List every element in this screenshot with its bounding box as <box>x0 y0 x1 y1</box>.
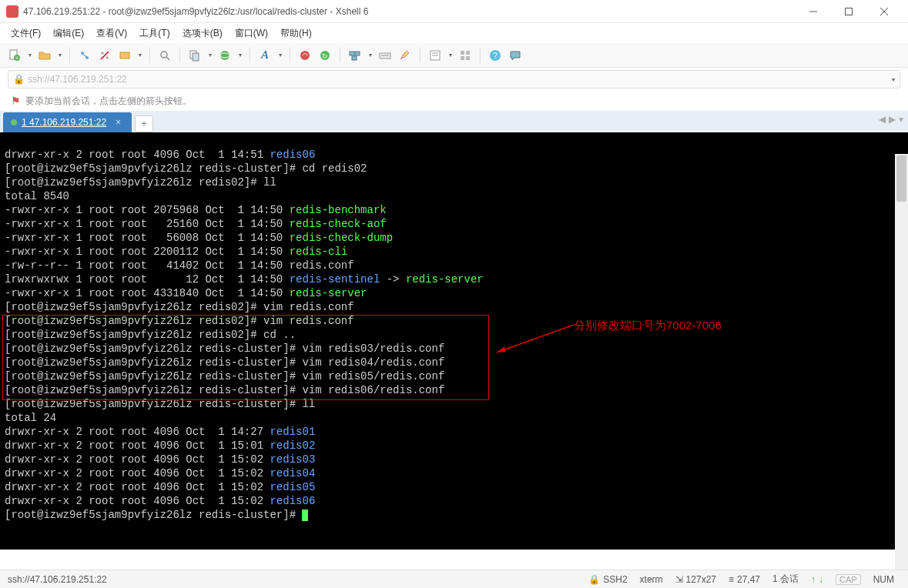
dropdown-icon[interactable]: ▾ <box>209 52 212 58</box>
conn-up-icon: ↑ <box>811 574 816 585</box>
svg-point-14 <box>161 52 167 58</box>
dropdown-icon[interactable]: ▾ <box>369 52 372 58</box>
separator <box>290 48 290 63</box>
open-folder-icon[interactable] <box>38 48 52 62</box>
app-icon <box>6 5 18 18</box>
multi-window-icon[interactable] <box>348 48 362 62</box>
grid-icon[interactable] <box>458 48 472 62</box>
cursor <box>302 509 308 521</box>
menu-bar: 文件(F) 编辑(E) 查看(V) 工具(T) 选项卡(B) 窗口(W) 帮助(… <box>0 23 908 43</box>
session-tab[interactable]: 1 47.106.219.251:22 × <box>3 112 132 132</box>
green-circle-icon[interactable]: ↻ <box>318 48 332 62</box>
tab-bar: 1 47.106.219.251:22 × + ◀ ▶ ▾ <box>0 111 908 132</box>
close-button[interactable] <box>866 0 902 23</box>
tab-menu-icon[interactable]: ▾ <box>899 114 903 125</box>
dropdown-icon[interactable]: ▾ <box>139 52 142 58</box>
dropdown-icon[interactable]: ▾ <box>449 52 452 58</box>
status-term: xterm <box>640 574 663 585</box>
address-bar: 🔒 ssh://47.106.219.251:22 ▾ <box>0 68 908 91</box>
dropdown-icon[interactable]: ▾ <box>28 52 32 58</box>
status-bar: ssh://47.106.219.251:22 🔒SSH2 xterm ⇲127… <box>0 570 908 588</box>
separator <box>179 48 180 63</box>
tab-prev-icon[interactable]: ◀ <box>879 114 886 125</box>
svg-text:↻: ↻ <box>322 52 328 60</box>
search-icon[interactable] <box>158 48 172 62</box>
address-input[interactable]: 🔒 ssh://47.106.219.251:22 ▾ <box>8 70 900 89</box>
svg-marker-38 <box>497 346 506 352</box>
svg-rect-1 <box>846 8 853 15</box>
menu-edit[interactable]: 编辑(E) <box>53 27 84 40</box>
terminal[interactable]: drwxr-xr-x 2 root root 4096 Oct 1 14:51 … <box>0 132 908 550</box>
new-file-icon[interactable]: + <box>8 48 22 62</box>
dropdown-icon[interactable]: ▾ <box>279 52 282 58</box>
svg-point-20 <box>300 51 310 60</box>
title-bar: 47.106.219.251:22 - root@izwz9ef5sjam9pv… <box>0 0 908 23</box>
dropdown-icon[interactable]: ▾ <box>239 52 242 58</box>
svg-point-11 <box>106 56 109 59</box>
status-dot-icon <box>11 119 17 125</box>
hint-text: 要添加当前会话，点击左侧的箭头按钮。 <box>25 95 192 108</box>
pos-icon: ≡ <box>729 574 734 585</box>
properties-icon[interactable] <box>428 48 442 62</box>
help-icon[interactable]: ? <box>488 48 502 62</box>
svg-rect-33 <box>461 56 464 60</box>
size-icon: ⇲ <box>675 574 683 585</box>
menu-help[interactable]: 帮助(H) <box>280 27 312 40</box>
separator <box>480 48 481 63</box>
status-size: 127x27 <box>686 574 716 585</box>
separator <box>69 48 70 63</box>
arrow-icon <box>489 325 574 356</box>
profile-icon[interactable] <box>118 48 132 62</box>
hint-bar: ⚑ 要添加当前会话，点击左侧的箭头按钮。 <box>0 91 908 111</box>
scrollbar-thumb[interactable] <box>896 155 906 202</box>
svg-text:?: ? <box>493 52 498 60</box>
font-icon[interactable]: A <box>258 48 272 62</box>
svg-rect-23 <box>350 52 354 55</box>
separator <box>420 48 420 63</box>
maximize-button[interactable] <box>831 0 866 23</box>
svg-rect-32 <box>466 51 470 55</box>
minimize-button[interactable] <box>796 0 831 23</box>
copy-icon[interactable] <box>188 48 202 62</box>
svg-rect-13 <box>120 52 129 58</box>
highlight-icon[interactable] <box>398 48 412 62</box>
chat-icon[interactable] <box>508 48 522 62</box>
status-num: NUM <box>873 574 894 585</box>
keyboard-icon[interactable] <box>378 48 392 62</box>
scrollbar[interactable] <box>895 154 908 570</box>
tab-next-icon[interactable]: ▶ <box>889 114 896 125</box>
svg-rect-34 <box>466 56 470 60</box>
tab-label: 1 47.106.219.251:22 <box>22 117 106 128</box>
menu-file[interactable]: 文件(F) <box>11 27 41 40</box>
dropdown-icon[interactable]: ▾ <box>59 52 62 58</box>
link-icon[interactable] <box>78 48 92 62</box>
red-circle-icon[interactable] <box>298 48 312 62</box>
status-sessions: 1 会话 <box>772 573 799 586</box>
globe-icon[interactable] <box>218 48 232 62</box>
toolbar: +▾ ▾ ▾ ▾ ▾ A▾ ↻ ▾ ▾ ? <box>0 43 908 68</box>
tab-close-icon[interactable]: × <box>116 117 121 128</box>
window-title: 47.106.219.251:22 - root@izwz9ef5sjam9pv… <box>23 6 796 17</box>
svg-line-9 <box>83 54 86 57</box>
flag-icon: ⚑ <box>11 95 21 107</box>
status-ssh: SSH2 <box>603 574 627 585</box>
annotation-text: 分别修改端口号为7002-7006 <box>574 319 722 332</box>
svg-rect-24 <box>355 52 360 55</box>
svg-rect-31 <box>461 51 464 55</box>
separator <box>340 48 340 63</box>
svg-text:+: + <box>15 55 18 61</box>
add-tab-button[interactable]: + <box>135 115 153 132</box>
svg-line-15 <box>166 57 169 60</box>
menu-window[interactable]: 窗口(W) <box>235 27 268 40</box>
status-pos: 27,47 <box>737 574 760 585</box>
conn-down-icon: ↓ <box>819 574 823 585</box>
disconnect-icon[interactable] <box>98 48 112 62</box>
menu-tabs[interactable]: 选项卡(B) <box>183 27 223 40</box>
menu-view[interactable]: 查看(V) <box>96 27 127 40</box>
separator <box>250 48 250 63</box>
status-address: ssh://47.106.219.251:22 <box>8 574 107 585</box>
lock-icon: 🔒 <box>588 574 600 585</box>
dropdown-icon[interactable]: ▾ <box>892 76 895 83</box>
svg-point-18 <box>220 51 230 60</box>
menu-tools[interactable]: 工具(T) <box>139 27 169 40</box>
